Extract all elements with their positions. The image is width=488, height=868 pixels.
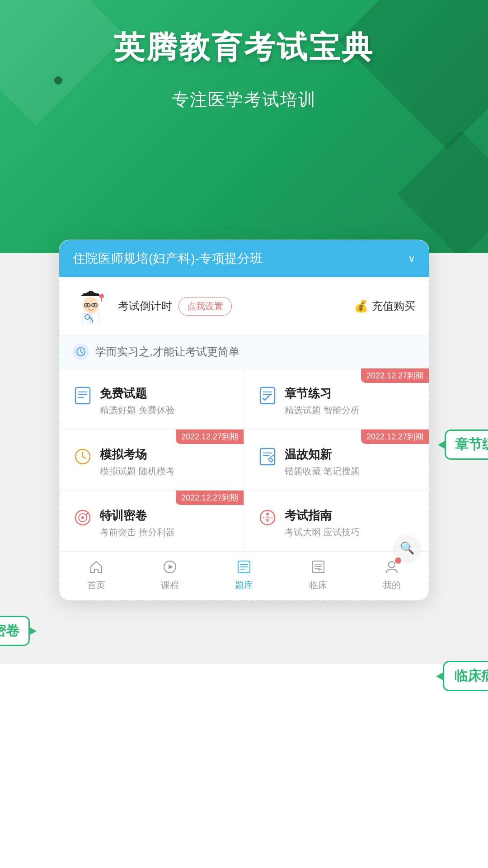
hero-decor-tr	[339, 0, 488, 149]
svg-line-34	[86, 512, 88, 515]
mock-exam-text: 模拟考场 模拟试题 随机模考	[100, 447, 175, 477]
dropdown-arrow-icon[interactable]: ∨	[408, 253, 415, 264]
callout-clinical-case: 临床病例	[443, 661, 488, 691]
svg-rect-17	[75, 387, 90, 404]
exam-guide-text: 考试指南 考试大纲 应试技巧	[285, 508, 360, 538]
svg-marker-40	[169, 565, 173, 569]
review-desc: 错题收藏 笔记搜题	[285, 465, 360, 477]
app-header[interactable]: 住院医师规培(妇产科)-专项提分班 ∨	[59, 240, 429, 277]
course-icon	[162, 559, 178, 575]
svg-line-16	[81, 352, 83, 353]
recharge-label: 充值购买	[372, 299, 415, 313]
chapter-practice-badge: 2022.12.27到期	[361, 368, 429, 383]
svg-point-10	[94, 304, 95, 306]
chapter-practice-title: 章节练习	[285, 386, 360, 401]
exam-guide-icon	[258, 508, 277, 528]
mock-exam-icon	[73, 447, 93, 467]
svg-point-38	[266, 513, 269, 515]
svg-rect-2	[89, 291, 93, 294]
countdown-label: 考试倒计时	[118, 299, 172, 313]
mock-exam-title: 模拟考场	[100, 447, 175, 462]
free-questions-text: 免费试题 精选好题 免费体验	[100, 386, 175, 416]
nav-item-course[interactable]: 课程	[161, 559, 179, 591]
special-exam-icon	[73, 508, 93, 528]
avatar	[73, 288, 109, 324]
phone-card: 住院医师规培(妇产科)-专项提分班 ∨	[59, 240, 429, 601]
svg-line-30	[270, 455, 274, 458]
chapter-practice-icon	[258, 386, 277, 406]
nav-item-clinical[interactable]: 临床	[309, 559, 327, 591]
motto-text: 学而实习之,才能让考试更简单	[95, 344, 239, 359]
hero-dot	[54, 76, 62, 85]
nav-label-home: 首页	[87, 579, 105, 591]
notification-dot	[395, 557, 401, 564]
review-icon	[258, 447, 277, 467]
relative-zone: 住院医师规培(妇产科)-专项提分班 ∨	[59, 253, 429, 601]
footer-area: 🔍 首页	[59, 552, 429, 600]
hero-section: 英腾教育考试宝典 专注医学考试培训	[0, 0, 488, 253]
hero-decor-tl	[0, 0, 126, 126]
feature-cell-mock-exam[interactable]: 2022.12.27到期 模拟考场 模	[59, 429, 244, 491]
chapter-practice-text: 章节练习 精选试题 智能分析	[285, 386, 360, 416]
clinical-icon	[310, 559, 326, 575]
free-questions-title: 免费试题	[100, 386, 175, 401]
nav-item-home[interactable]: 首页	[87, 559, 105, 591]
home-icon	[89, 559, 104, 575]
main-wrapper: 住院医师规培(妇产科)-专项提分班 ∨	[0, 253, 488, 664]
recharge-button[interactable]: 💰 充值购买	[354, 299, 415, 313]
chapter-practice-desc: 精选试题 智能分析	[285, 404, 360, 416]
nav-label-mine: 我的	[383, 579, 401, 591]
exam-guide-title: 考试指南	[285, 508, 360, 524]
review-text: 温故知新 错题收藏 笔记搜题	[285, 447, 360, 477]
set-countdown-button[interactable]: 点我设置	[178, 297, 232, 316]
callout-chapter-practice: 章节练习	[445, 429, 488, 460]
callout-special-exam: 特训密卷	[0, 616, 30, 646]
nav-label-question-bank: 题库	[235, 579, 253, 591]
feature-grid: 免费试题 精选好题 免费体验 2022.12.27到期	[59, 368, 429, 552]
hero-decor-br	[397, 131, 488, 253]
motto-row: 学而实习之,才能让考试更简单	[59, 335, 429, 368]
class-title: 住院医师规培(妇产科)-专项提分班	[73, 250, 263, 267]
special-exam-title: 特训密卷	[100, 508, 175, 524]
mock-exam-badge: 2022.12.27到期	[176, 429, 244, 444]
mock-exam-desc: 模拟试题 随机模考	[100, 465, 175, 477]
exam-countdown: 考试倒计时 点我设置	[118, 297, 340, 316]
feature-cell-free-questions[interactable]: 免费试题 精选好题 免费体验	[59, 368, 244, 429]
app-subtitle: 专注医学考试培训	[172, 88, 316, 111]
special-exam-desc: 考前突击 抢分利器	[100, 526, 175, 538]
free-questions-desc: 精选好题 免费体验	[100, 404, 175, 416]
recharge-icon: 💰	[354, 299, 368, 313]
feature-cell-review[interactable]: 2022.12.27到期	[244, 429, 429, 491]
svg-point-35	[260, 510, 275, 525]
special-exam-badge: 2022.12.27到期	[176, 491, 244, 505]
special-exam-text: 特训密卷 考前突击 抢分利器	[100, 508, 175, 538]
user-info-row: 考试倒计时 点我设置 💰 充值购买	[59, 277, 429, 335]
svg-rect-21	[260, 387, 275, 404]
svg-rect-45	[312, 561, 324, 573]
feature-cell-chapter-practice[interactable]: 2022.12.27到期 章节练	[244, 368, 429, 429]
free-questions-icon	[73, 386, 93, 406]
nav-label-clinical: 临床	[309, 579, 327, 591]
review-badge: 2022.12.27到期	[361, 429, 429, 444]
bottom-nav: 首页 课程	[59, 552, 429, 600]
nav-label-course: 课程	[161, 579, 179, 591]
app-title: 英腾教育考试宝典	[114, 27, 374, 68]
exam-guide-desc: 考试大纲 应试技巧	[285, 526, 360, 538]
svg-rect-27	[260, 448, 275, 465]
feature-cell-special-exam[interactable]: 2022.12.27到期 特训密	[59, 491, 244, 552]
nav-item-mine[interactable]: 我的	[383, 559, 401, 591]
svg-point-9	[86, 304, 88, 306]
clock-icon	[73, 344, 89, 360]
svg-point-33	[81, 516, 84, 519]
nav-item-question-bank[interactable]: 题库	[235, 559, 253, 591]
question-bank-icon	[236, 559, 252, 575]
svg-line-26	[83, 457, 85, 458]
review-title: 温故知新	[285, 447, 360, 462]
search-float-button[interactable]: 🔍	[394, 535, 420, 561]
svg-point-51	[389, 561, 395, 568]
